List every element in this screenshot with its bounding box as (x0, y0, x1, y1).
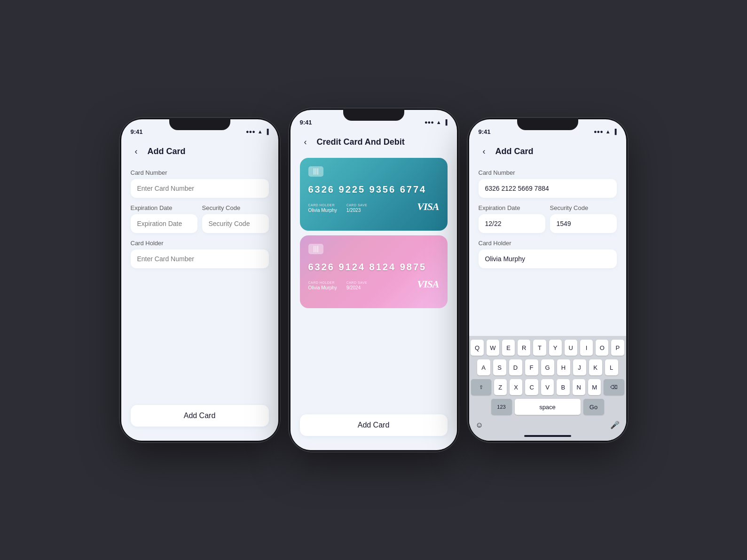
key-Y[interactable]: Y (549, 340, 562, 356)
expiration-label-left: Expiration Date (131, 204, 197, 211)
key-shift[interactable]: ⇧ (471, 379, 491, 395)
battery-icon-left: ▐ (265, 129, 269, 134)
row-fields-left: Expiration Date Security Code (131, 198, 269, 233)
status-time-right: 9:41 (479, 128, 491, 135)
card-holder-label-teal: CARD HOLDER (308, 203, 337, 207)
security-group-right: Security Code (550, 198, 617, 233)
form-left: Card Number Expiration Date Security Cod… (121, 169, 278, 268)
card-save-value-teal: 1/2023 (346, 208, 367, 213)
security-label-right: Security Code (550, 204, 617, 211)
keyboard-row-3: ⇧ Z X C V B N M ⌫ (471, 379, 624, 395)
key-O[interactable]: O (596, 340, 608, 356)
card-holder-label-left: Card Holder (131, 240, 269, 247)
add-card-button-middle[interactable]: Add Card (300, 414, 448, 436)
key-X[interactable]: X (510, 379, 522, 395)
header-middle: ‹ Credit Card And Debit (291, 131, 457, 153)
header-right: ‹ Add Card (469, 140, 626, 163)
card-teal[interactable]: 6326 9225 9356 6774 CARD HOLDER Olivia M… (300, 158, 448, 231)
emoji-icon[interactable]: ☺ (476, 421, 483, 429)
chip-line-6 (317, 246, 318, 252)
wifi-icon-right: ▲ (605, 129, 611, 134)
card-holder-section-pink: CARD HOLDER Olivia Murphy (308, 281, 337, 290)
wifi-icon-left: ▲ (258, 129, 263, 134)
key-R[interactable]: R (518, 340, 530, 356)
visa-logo-pink: VISA (417, 278, 439, 290)
key-I[interactable]: I (580, 340, 593, 356)
notch-left (169, 118, 230, 130)
card-save-section-teal: CARD SAVE 1/2023 (346, 203, 367, 213)
key-G[interactable]: G (541, 359, 554, 375)
chip-line-5 (315, 246, 316, 252)
key-go[interactable]: Go (583, 399, 604, 415)
notch-right (517, 118, 578, 130)
phone-left-inner: 9:41 ●●● ▲ ▐ ‹ Add Card Card Number (121, 119, 278, 441)
security-group-left: Security Code (202, 198, 269, 233)
key-J[interactable]: J (573, 359, 586, 375)
screen-left: ‹ Add Card Card Number Expiration Date S… (121, 140, 278, 441)
key-H[interactable]: H (557, 359, 570, 375)
key-A[interactable]: A (477, 359, 490, 375)
key-P[interactable]: P (611, 340, 624, 356)
card-holder-value-pink: Olivia Murphy (308, 285, 337, 290)
card-number-label-left: Card Number (131, 169, 269, 176)
row-fields-right: Expiration Date Security Code (479, 198, 617, 233)
card-holder-info-teal: CARD HOLDER Olivia Murphy CARD SAVE 1/20… (308, 203, 368, 213)
signal-icon-right: ●●● (594, 129, 603, 134)
card-pink[interactable]: 6326 9124 8124 9875 CARD HOLDER Olivia M… (300, 235, 448, 308)
key-Q[interactable]: Q (471, 340, 483, 356)
signal-icon-left: ●●● (246, 129, 255, 134)
key-F[interactable]: F (525, 359, 538, 375)
key-K[interactable]: K (589, 359, 602, 375)
security-input-right[interactable] (550, 214, 617, 233)
key-U[interactable]: U (565, 340, 577, 356)
back-button-left[interactable]: ‹ (131, 146, 142, 157)
chip-line-2 (315, 168, 316, 175)
chip-line-3 (317, 168, 318, 175)
key-D[interactable]: D (509, 359, 522, 375)
security-input-left[interactable] (202, 214, 269, 233)
card-number-input-right[interactable] (479, 179, 617, 198)
expiration-input-left[interactable] (131, 214, 197, 233)
card-footer-pink: CARD HOLDER Olivia Murphy CARD SAVE 9/20… (308, 278, 439, 290)
key-B[interactable]: B (557, 379, 569, 395)
key-S[interactable]: S (493, 359, 506, 375)
card-number-label-right: Card Number (479, 169, 617, 176)
key-E[interactable]: E (502, 340, 515, 356)
back-button-middle[interactable]: ‹ (300, 136, 311, 148)
key-123[interactable]: 123 (491, 399, 512, 415)
card-number-input-left[interactable] (131, 179, 269, 198)
card-holder-label-right: Card Holder (479, 240, 617, 247)
key-delete[interactable]: ⌫ (604, 379, 624, 395)
keyboard-right: Q W E R T Y U I O P A S D (469, 336, 626, 441)
key-W[interactable]: W (487, 340, 499, 356)
expiration-group-left: Expiration Date (131, 198, 197, 233)
key-T[interactable]: T (533, 340, 546, 356)
signal-icon-middle: ●●● (425, 119, 434, 125)
card-number-teal: 6326 9225 9356 6774 (308, 184, 439, 195)
card-holder-input-right[interactable] (479, 249, 617, 268)
phones-container: 9:41 ●●● ▲ ▐ ‹ Add Card Card Number (120, 109, 628, 451)
status-icons-right: ●●● ▲ ▐ (594, 129, 617, 134)
status-time-middle: 9:41 (300, 119, 312, 126)
keyboard-bottom: ☺ 🎤 (471, 419, 624, 432)
key-M[interactable]: M (588, 379, 601, 395)
form-right: Card Number Expiration Date Security Cod… (469, 169, 626, 268)
expiration-input-right[interactable] (479, 214, 545, 233)
card-holder-input-left[interactable] (131, 249, 269, 268)
expiration-group-right: Expiration Date (479, 198, 545, 233)
mic-icon[interactable]: 🎤 (610, 420, 620, 429)
key-C[interactable]: C (525, 379, 538, 395)
title-right: Add Card (495, 147, 534, 156)
add-card-button-left[interactable]: Add Card (131, 405, 269, 427)
key-Z[interactable]: Z (494, 379, 507, 395)
key-V[interactable]: V (541, 379, 554, 395)
card-chip-2 (308, 244, 323, 254)
title-left: Add Card (148, 147, 186, 156)
key-L[interactable]: L (605, 359, 618, 375)
expiration-label-right: Expiration Date (479, 204, 545, 211)
key-space[interactable]: space (515, 399, 581, 415)
chip-line-1 (314, 168, 315, 175)
key-N[interactable]: N (573, 379, 585, 395)
card-chip-1 (308, 166, 323, 177)
back-button-right[interactable]: ‹ (479, 146, 490, 157)
